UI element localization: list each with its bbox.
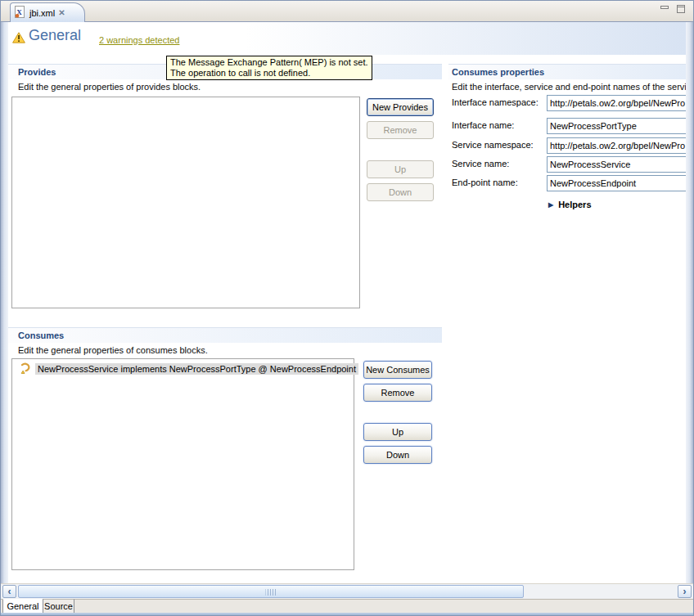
horizontal-scrollbar[interactable]: ‹ › xyxy=(1,583,693,599)
provides-section-title: Provides xyxy=(18,67,56,77)
service-name-label: Service name: xyxy=(452,159,509,169)
consumes-properties-title: Consumes properties xyxy=(452,67,544,77)
left-frame-strip xyxy=(1,22,8,583)
provides-up-button[interactable]: Up xyxy=(367,160,434,178)
maximize-icon[interactable] xyxy=(677,5,685,13)
consumes-item-label: NewProcessService implements NewProcessP… xyxy=(35,363,358,375)
end-point-name-field[interactable] xyxy=(547,175,686,191)
page-title: General xyxy=(29,27,81,44)
tab-source[interactable]: Source xyxy=(43,599,74,614)
end-point-name-label: End-point name: xyxy=(452,178,518,187)
consumes-section-title: Consumes xyxy=(18,330,64,340)
interface-namespace-label: Interface namespace: xyxy=(452,97,539,107)
validation-tooltip: The Message Exchange Pattern( MEP) is no… xyxy=(166,56,372,80)
consumes-description: Edit the general properties of consumes … xyxy=(18,345,208,355)
consumes-up-button[interactable]: Up xyxy=(363,423,432,441)
helpers-label: Helpers xyxy=(558,200,591,209)
consumes-remove-button[interactable]: Remove xyxy=(363,384,432,402)
view-window-buttons xyxy=(660,5,685,13)
chevron-right-icon: ▶ xyxy=(548,201,553,209)
warnings-link[interactable]: 2 warnings detected xyxy=(99,35,179,45)
xml-file-icon: X xyxy=(14,6,26,20)
scrollbar-thumb[interactable] xyxy=(18,585,524,598)
warning-icon xyxy=(12,32,25,45)
bottom-accent-strip xyxy=(1,613,693,615)
provides-down-button[interactable]: Down xyxy=(367,183,434,201)
interface-namespace-field[interactable] xyxy=(547,95,686,111)
service-namespace-label: Service namespace: xyxy=(452,140,534,150)
editor-page-tabs: General Source xyxy=(1,599,693,613)
consumes-list-item[interactable]: NewProcessService implements NewProcessP… xyxy=(13,362,353,376)
minimize-icon[interactable] xyxy=(660,6,669,9)
editor-tab-jbi-xml[interactable]: X jbi.xml ✕ xyxy=(10,2,85,22)
editor-frame: General 2 warnings detected The Message … xyxy=(1,22,693,583)
editor-tabbar: X jbi.xml ✕ xyxy=(1,1,693,22)
scroll-left-icon[interactable]: ‹ xyxy=(2,585,16,598)
consume-warning-icon xyxy=(18,362,31,375)
consumes-down-button[interactable]: Down xyxy=(363,446,432,464)
provides-description: Edit the general properties of provides … xyxy=(18,82,201,92)
interface-name-label: Interface name: xyxy=(452,120,514,130)
service-name-field[interactable] xyxy=(547,156,686,173)
editor-tab-label: jbi.xml xyxy=(29,8,55,18)
interface-name-field[interactable] xyxy=(547,118,686,134)
editor-window: X jbi.xml ✕ xyxy=(0,0,694,616)
form-header: General 2 warnings detected xyxy=(8,22,686,55)
service-namespace-field[interactable] xyxy=(547,137,686,154)
scroll-right-icon[interactable]: › xyxy=(678,585,692,598)
scrollbar-grip-icon xyxy=(266,589,277,596)
provides-list[interactable] xyxy=(11,97,360,308)
consumes-list[interactable]: NewProcessService implements NewProcessP… xyxy=(11,358,354,570)
tab-general[interactable]: General xyxy=(2,599,43,614)
right-frame-strip xyxy=(686,22,693,583)
tooltip-line-1: The Message Exchange Pattern( MEP) is no… xyxy=(170,57,368,68)
helpers-expandable[interactable]: ▶Helpers xyxy=(548,200,592,209)
new-provides-button[interactable]: New Provides xyxy=(367,98,434,116)
provides-remove-button[interactable]: Remove xyxy=(367,121,434,139)
consumes-properties-description: Edit the interface, service and end-poin… xyxy=(452,82,686,92)
consumes-section-header: Consumes xyxy=(8,327,442,343)
new-consumes-button[interactable]: New Consumes xyxy=(363,361,432,379)
consumes-properties-section-header: Consumes properties xyxy=(448,64,686,79)
tab-close-icon[interactable]: ✕ xyxy=(58,9,65,17)
tooltip-line-2: The operation to call is not defined. xyxy=(170,68,368,79)
form-area: General 2 warnings detected The Message … xyxy=(8,22,686,583)
